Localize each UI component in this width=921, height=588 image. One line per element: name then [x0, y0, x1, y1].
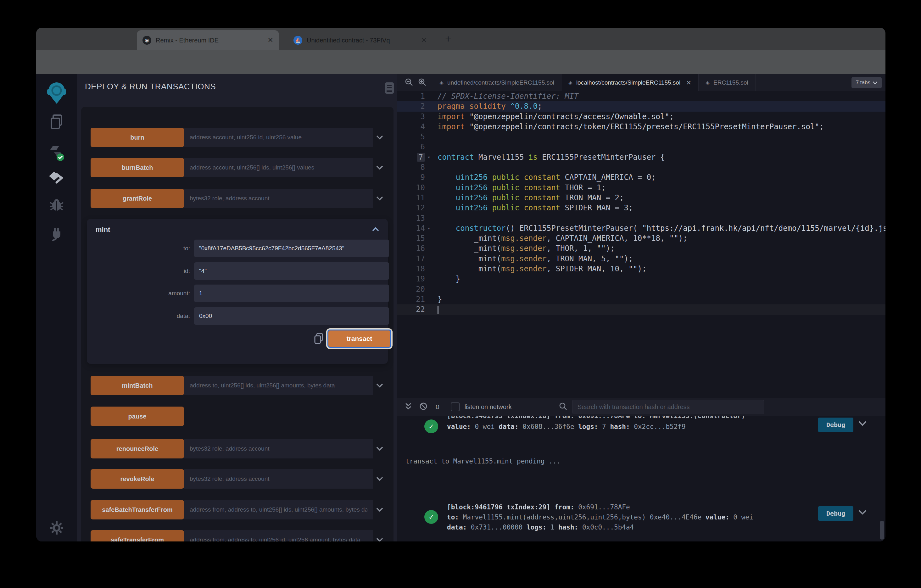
debug-button[interactable]: Debug	[818, 417, 853, 432]
burn-button[interactable]: burn	[91, 128, 184, 147]
burnBatch-params-input[interactable]	[184, 158, 373, 177]
line-number: 11	[397, 193, 425, 203]
editor-tab-erc1155[interactable]: ◈ ERC1155.sol	[699, 74, 755, 91]
expand-chevron-down-icon[interactable]	[373, 469, 386, 489]
remix-logo-icon[interactable]	[36, 81, 77, 107]
code-text: uint256 public constant CAPTAIN_AMERICA …	[438, 172, 656, 182]
zoom-in-icon[interactable]	[418, 78, 426, 88]
solidity-compiler-icon[interactable]	[36, 144, 77, 163]
code-line-9[interactable]: 9 uint256 public constant CAPTAIN_AMERIC…	[397, 172, 885, 182]
collapse-chevron-up-icon[interactable]	[372, 227, 379, 233]
plugin-manager-icon[interactable]	[36, 225, 77, 242]
terminal-log[interactable]: ✓[block:9461795 txIndex:28] from: 0x691.…	[397, 416, 885, 541]
code-line-6[interactable]: 6	[397, 142, 885, 152]
transact-button[interactable]: transact	[327, 330, 391, 348]
editor-tab-undefined-simpleerc1155[interactable]: ◈ undefined/contracts/SimpleERC1155.sol	[433, 74, 561, 91]
code-line-20[interactable]: 20	[397, 284, 885, 294]
listen-on-network-checkbox[interactable]	[451, 403, 460, 411]
code-editor[interactable]: 1// SPDX-License-Identifier: MIT2pragma …	[397, 91, 885, 398]
settings-gear-icon[interactable]	[36, 521, 77, 536]
code-line-2[interactable]: 2pragma solidity ^0.8.0;	[397, 101, 885, 111]
expand-log-chevron-icon[interactable]	[858, 509, 867, 516]
code-line-16[interactable]: 16 _mint(msg.sender, THOR, 1, "");	[397, 244, 885, 253]
pause-button[interactable]: pause	[91, 406, 184, 426]
code-line-21[interactable]: 21}	[397, 294, 885, 304]
code-line-12[interactable]: 12 uint256 public constant SPIDER_MAN = …	[397, 203, 885, 213]
code-line-14[interactable]: 14▾ constructor() ERC1155PresetMinterPau…	[397, 223, 885, 233]
code-text: // SPDX-License-Identifier: MIT	[438, 91, 578, 101]
expand-log-chevron-icon[interactable]	[858, 420, 867, 428]
code-line-18[interactable]: 18 _mint(msg.sender, SPIDER_MAN, 10, "")…	[397, 264, 885, 274]
expand-chevron-down-icon[interactable]	[373, 158, 386, 177]
code-line-3[interactable]: 3import "@openzeppelin/contracts/access/…	[397, 112, 885, 122]
function-row-pause: pause	[91, 406, 386, 426]
renounceRole-button[interactable]: renounceRole	[91, 439, 184, 458]
code-line-13[interactable]: 13	[397, 213, 885, 223]
mintBatch-button[interactable]: mintBatch	[91, 376, 184, 395]
code-line-15[interactable]: 15 _mint(msg.sender, CAPTAIN_AMERICA, 10…	[397, 233, 885, 244]
code-line-17[interactable]: 17 _mint(msg.sender, IRON_MAN, 5, "");	[397, 254, 885, 264]
code-line-22[interactable]: 22	[397, 304, 885, 314]
file-explorer-icon[interactable]	[36, 114, 77, 132]
renounceRole-params-input[interactable]	[184, 439, 373, 458]
code-line-7[interactable]: 7▾contract Marvel1155 is ERC1155PresetMi…	[397, 152, 885, 162]
terminal-search-input[interactable]	[572, 400, 764, 414]
close-tab-icon[interactable]: ✕	[263, 36, 273, 44]
debugger-bug-icon[interactable]	[36, 198, 77, 214]
code-text: import "@openzeppelin/contracts/token/ER…	[438, 122, 824, 132]
safeTransferFrom-params-input[interactable]	[184, 530, 373, 541]
mint-amount-input[interactable]	[194, 284, 389, 302]
expand-chevron-down-icon[interactable]	[373, 128, 386, 147]
expand-terminal-double-chevron-icon[interactable]	[405, 403, 412, 411]
debug-button[interactable]: Debug	[818, 506, 853, 521]
zoom-out-icon[interactable]	[405, 78, 413, 88]
safeBatchTransferFrom-params-input[interactable]	[184, 500, 373, 520]
new-tab-button[interactable]: +	[445, 33, 451, 44]
burn-params-input[interactable]	[184, 128, 373, 147]
fold-caret-icon[interactable]: ▾	[428, 152, 430, 162]
code-line-4[interactable]: 4import "@openzeppelin/contracts/token/E…	[397, 122, 885, 132]
browser-tab-contract[interactable]: ⛵ Unidentified contract - 73FfVq ✕	[288, 30, 433, 50]
documentation-book-icon[interactable]	[384, 82, 395, 96]
burnBatch-button[interactable]: burnBatch	[91, 158, 184, 177]
mint-to-input[interactable]	[194, 240, 389, 257]
expand-chevron-down-icon[interactable]	[373, 530, 386, 541]
deploy-run-icon[interactable]	[36, 171, 77, 187]
safeBatchTransferFrom-button[interactable]: safeBatchTransferFrom	[91, 500, 184, 520]
code-text: pragma solidity ^0.8.0;	[438, 101, 542, 111]
code-line-8[interactable]: 8	[397, 162, 885, 172]
editor-tab-localhost-simpleerc1155[interactable]: ◈ localhost/contracts/SimpleERC1155.sol …	[561, 74, 699, 91]
code-line-10[interactable]: 10 uint256 public constant THOR = 1;	[397, 183, 885, 193]
mintBatch-params-input[interactable]	[184, 376, 373, 395]
clear-console-ban-icon[interactable]	[419, 402, 428, 412]
grantRole-button[interactable]: grantRole	[91, 188, 184, 208]
close-tab-icon[interactable]: ✕	[416, 36, 427, 44]
mint-data-input[interactable]	[194, 307, 389, 325]
expand-chevron-down-icon[interactable]	[373, 188, 386, 208]
revokeRole-params-input[interactable]	[184, 469, 373, 489]
mint-field-label: amount:	[87, 284, 190, 302]
fold-caret-icon[interactable]: ▾	[428, 223, 430, 233]
expand-chevron-down-icon[interactable]	[373, 376, 386, 395]
line-number: 10	[397, 183, 425, 193]
terminal-header: 0 listen on network	[397, 398, 885, 416]
code-line-11[interactable]: 11 uint256 public constant IRON_MAN = 2;	[397, 193, 885, 203]
browser-tab-title: Unidentified contract - 73FfVq	[307, 37, 390, 44]
terminal-scrollbar[interactable]	[880, 521, 884, 539]
close-editor-tab-icon[interactable]: ✕	[686, 79, 692, 86]
mint-id-input[interactable]	[194, 262, 389, 280]
grantRole-params-input[interactable]	[184, 188, 373, 208]
expand-chevron-down-icon[interactable]	[373, 500, 386, 520]
code-line-1[interactable]: 1// SPDX-License-Identifier: MIT	[397, 91, 885, 101]
browser-tab-remix[interactable]: ◉ Remix - Ethereum IDE ✕	[137, 30, 279, 50]
code-line-5[interactable]: 5	[397, 132, 885, 142]
tabs-dropdown-button[interactable]: 7 tabs	[851, 77, 882, 88]
code-text: constructor() ERC1155PresetMinterPauser(…	[438, 223, 885, 233]
code-text: }	[438, 294, 442, 304]
expand-chevron-down-icon[interactable]	[373, 439, 386, 458]
revokeRole-button[interactable]: revokeRole	[91, 469, 184, 489]
safeTransferFrom-button[interactable]: safeTransferFrom	[91, 530, 184, 541]
copy-calldata-icon[interactable]	[314, 333, 323, 345]
function-row-renounceRole: renounceRole	[91, 439, 386, 458]
code-line-19[interactable]: 19 }	[397, 274, 885, 284]
